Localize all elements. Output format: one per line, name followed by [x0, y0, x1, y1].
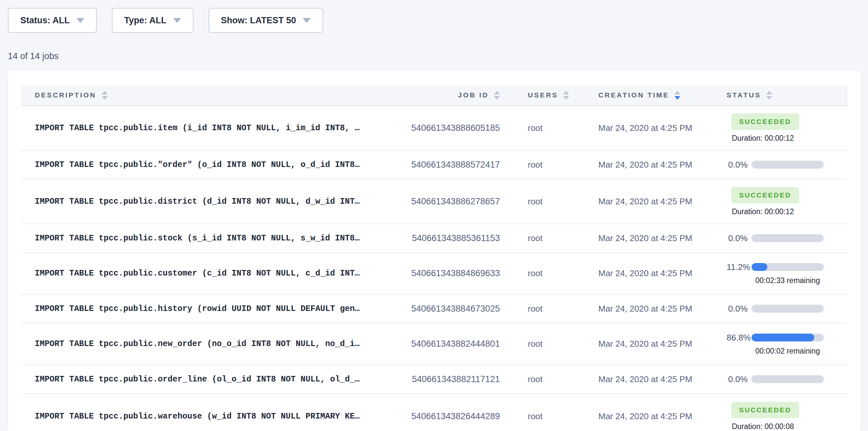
- job-creation-time: Mar 24, 2020 at 4:25 PM: [598, 233, 726, 243]
- status-filter-label: Status: ALL: [20, 16, 70, 26]
- status-percent: 0.0%: [726, 233, 748, 243]
- job-id: 540661343885361153: [387, 233, 500, 243]
- table-row: IMPORT TABLE tpcc.public.customer (c_id …: [21, 253, 848, 295]
- job-user: root: [500, 411, 598, 422]
- status-progress: 0.0%: [726, 233, 848, 243]
- job-user: root: [500, 123, 598, 133]
- status-duration: Duration: 00:00:12: [732, 207, 848, 216]
- progress-bar: [751, 161, 824, 168]
- column-header-label: USERS: [528, 91, 558, 99]
- job-description: IMPORT TABLE tpcc.public.history (rowid …: [21, 304, 387, 314]
- chevron-down-icon: [173, 18, 181, 23]
- status-remaining: 00:02:33 remaining: [751, 276, 824, 285]
- progress-bar: [751, 305, 824, 313]
- column-header-label: STATUS: [726, 91, 761, 99]
- chevron-down-icon: [303, 18, 311, 23]
- table-row: IMPORT TABLE tpcc.public.new_order (no_o…: [21, 324, 848, 365]
- column-header-description[interactable]: DESCRIPTION: [21, 91, 387, 100]
- status-badge: SUCCEEDED: [731, 187, 799, 203]
- column-header-job-id[interactable]: JOB ID: [387, 91, 500, 100]
- table-row: IMPORT TABLE tpcc.public.history (rowid …: [21, 295, 848, 324]
- job-status-cell: 0.0%: [726, 374, 848, 384]
- job-id: 540661343826444289: [387, 411, 500, 422]
- job-status-cell: 0.0%: [726, 304, 848, 314]
- column-header-label: DESCRIPTION: [35, 91, 96, 99]
- table-row: IMPORT TABLE tpcc.public.item (i_id INT8…: [21, 106, 848, 151]
- job-user: root: [500, 374, 598, 384]
- job-user: root: [500, 160, 598, 170]
- filter-bar: Status: ALL Type: ALL Show: LATEST 50: [0, 0, 868, 33]
- job-creation-time: Mar 24, 2020 at 4:25 PM: [598, 123, 726, 133]
- job-description: IMPORT TABLE tpcc.public."order" (o_id I…: [21, 160, 387, 170]
- job-status-cell: SUCCEEDEDDuration: 00:00:12: [726, 114, 848, 143]
- job-id: 540661343884869633: [387, 268, 500, 278]
- status-progress: 0.0%: [726, 160, 848, 170]
- table-body: IMPORT TABLE tpcc.public.item (i_id INT8…: [21, 106, 848, 431]
- job-user: root: [500, 196, 598, 207]
- type-filter-label: Type: ALL: [124, 16, 167, 26]
- job-user: root: [500, 233, 598, 243]
- job-creation-time: Mar 24, 2020 at 4:25 PM: [598, 374, 726, 384]
- status-progress: 86.8%: [726, 333, 848, 343]
- status-filter-dropdown[interactable]: Status: ALL: [8, 8, 97, 33]
- progress-bar: [751, 375, 824, 383]
- sort-arrows-icon: [102, 91, 107, 100]
- job-description: IMPORT TABLE tpcc.public.stock (s_i_id I…: [21, 234, 387, 243]
- jobs-count: 14 of 14 jobs: [8, 51, 868, 61]
- column-header-label: JOB ID: [458, 91, 489, 99]
- progress-bar-fill: [751, 334, 814, 341]
- table-header-row: DESCRIPTION JOB ID USERS CREATION TIME S…: [21, 85, 848, 106]
- table-row: IMPORT TABLE tpcc.public."order" (o_id I…: [21, 151, 848, 179]
- progress-bar-fill: [751, 263, 767, 271]
- job-id: 540661343882117121: [387, 374, 500, 384]
- column-header-label: CREATION TIME: [598, 91, 669, 99]
- column-header-status[interactable]: STATUS: [726, 91, 848, 100]
- job-id: 540661343882444801: [387, 339, 500, 349]
- status-percent: 0.0%: [726, 374, 748, 384]
- job-description: IMPORT TABLE tpcc.public.item (i_id INT8…: [21, 123, 387, 133]
- job-description: IMPORT TABLE tpcc.public.new_order (no_o…: [21, 339, 387, 349]
- type-filter-dropdown[interactable]: Type: ALL: [112, 8, 193, 33]
- progress-bar: [751, 234, 824, 242]
- job-id: 540661343884673025: [387, 304, 500, 314]
- status-progress: 0.0%: [726, 304, 848, 314]
- job-description: IMPORT TABLE tpcc.public.warehouse (w_id…: [21, 412, 387, 421]
- table-row: IMPORT TABLE tpcc.public.order_line (ol_…: [21, 365, 848, 394]
- show-filter-dropdown[interactable]: Show: LATEST 50: [209, 8, 323, 33]
- job-description: IMPORT TABLE tpcc.public.district (d_id …: [21, 197, 387, 206]
- chevron-down-icon: [76, 18, 84, 23]
- job-description: IMPORT TABLE tpcc.public.customer (c_id …: [21, 269, 387, 278]
- status-duration: Duration: 00:00:08: [732, 422, 848, 431]
- job-id: 540661343888572417: [387, 160, 500, 170]
- column-header-users[interactable]: USERS: [500, 91, 598, 100]
- status-progress: 11.2%: [726, 262, 848, 272]
- status-remaining: 00:00:02 remaining: [751, 347, 824, 356]
- job-user: root: [500, 339, 598, 349]
- table-row: IMPORT TABLE tpcc.public.district (d_id …: [21, 179, 848, 224]
- job-status-cell: 11.2%00:02:33 remaining: [726, 262, 848, 285]
- job-id: 540661343886278657: [387, 196, 500, 207]
- job-status-cell: SUCCEEDEDDuration: 00:00:12: [726, 187, 848, 216]
- job-creation-time: Mar 24, 2020 at 4:25 PM: [598, 339, 726, 349]
- table-row: IMPORT TABLE tpcc.public.stock (s_i_id I…: [21, 224, 848, 253]
- sort-arrows-icon: [494, 91, 500, 100]
- progress-bar: [751, 334, 824, 341]
- jobs-table-card: DESCRIPTION JOB ID USERS CREATION TIME S…: [8, 70, 861, 431]
- table-row: IMPORT TABLE tpcc.public.warehouse (w_id…: [21, 394, 848, 431]
- column-header-creation-time[interactable]: CREATION TIME: [598, 91, 726, 100]
- sort-arrows-icon: [563, 91, 569, 100]
- jobs-page: Status: ALL Type: ALL Show: LATEST 50 14…: [0, 0, 868, 431]
- job-status-cell: 0.0%: [726, 233, 848, 243]
- job-id: 540661343888605185: [387, 123, 500, 133]
- progress-bar: [751, 263, 824, 271]
- status-progress: 0.0%: [726, 374, 848, 384]
- status-duration: Duration: 00:00:12: [732, 134, 848, 143]
- show-filter-label: Show: LATEST 50: [221, 16, 296, 26]
- job-user: root: [500, 268, 598, 278]
- sort-arrows-icon: [766, 91, 772, 100]
- job-status-cell: 86.8%00:00:02 remaining: [726, 333, 848, 356]
- job-user: root: [500, 304, 598, 314]
- sort-arrows-icon: [675, 91, 680, 100]
- job-status-cell: 0.0%: [726, 160, 848, 170]
- status-percent: 86.8%: [726, 333, 748, 343]
